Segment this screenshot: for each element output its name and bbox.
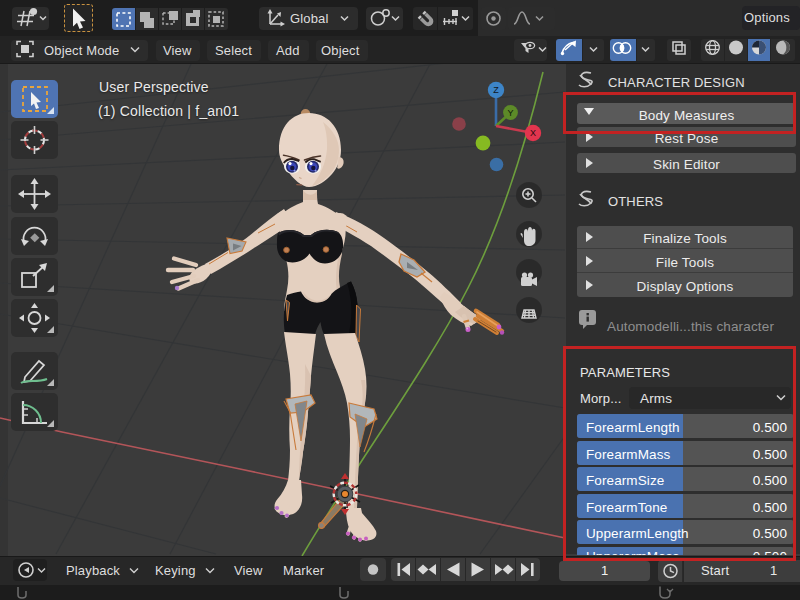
svg-text:Z: Z xyxy=(493,85,499,95)
svg-text:X: X xyxy=(530,128,536,138)
svg-text:Y: Y xyxy=(507,108,513,118)
